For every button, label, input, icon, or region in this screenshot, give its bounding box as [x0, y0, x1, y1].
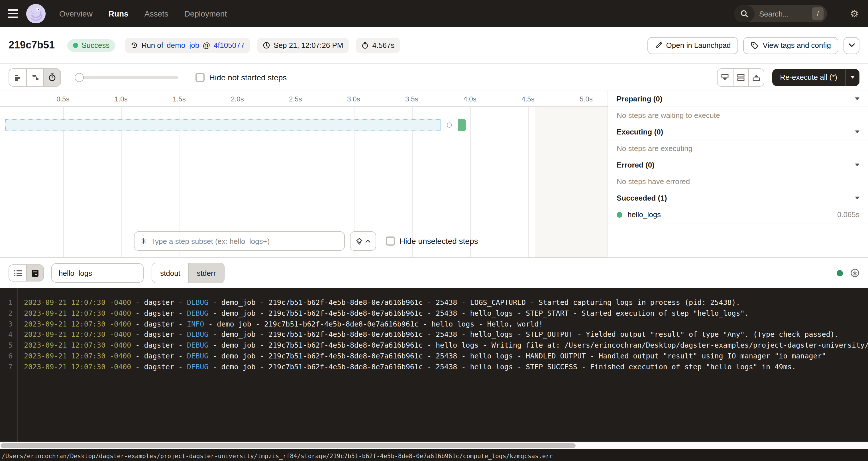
- download-log-button[interactable]: [850, 268, 860, 278]
- log-view-mode-group: [8, 265, 44, 281]
- commit-link[interactable]: 4f105077: [214, 41, 245, 50]
- pencil-icon: [655, 41, 662, 49]
- log-horizontal-scrollbar[interactable]: [0, 442, 868, 449]
- section-succeeded-header[interactable]: Succeeded (1): [608, 190, 868, 206]
- tab-stdout[interactable]: stdout: [152, 263, 188, 283]
- nav-item-deployment[interactable]: Deployment: [184, 9, 227, 18]
- success-dot-icon: [73, 43, 78, 48]
- log-line: 52023-09-21 12:07:30 -0400 - dagster - D…: [0, 340, 868, 351]
- global-search-input[interactable]: Search... /: [734, 5, 827, 22]
- log-viewer[interactable]: 12023-09-21 12:07:30 -0400 - dagster - D…: [0, 288, 868, 442]
- hide-not-started-checkrow[interactable]: Hide not started steps: [195, 73, 287, 82]
- search-icon: [734, 5, 754, 22]
- nav-item-assets[interactable]: Assets: [145, 9, 168, 18]
- log-filter-input[interactable]: hello_logs: [51, 263, 144, 283]
- scrollbar-thumb[interactable]: [1, 443, 576, 448]
- open-in-launchpad-label: Open in Launchpad: [666, 41, 731, 50]
- history-icon: [130, 41, 138, 49]
- step-bar-hello-logs[interactable]: [457, 119, 465, 131]
- caret-up-icon: [365, 239, 370, 243]
- dagster-logo[interactable]: [26, 4, 45, 23]
- hide-unselected-checkrow[interactable]: Hide unselected steps: [386, 237, 478, 246]
- settings-gear-icon[interactable]: ⚙: [843, 8, 866, 20]
- hamburger-menu-icon[interactable]: [0, 0, 26, 27]
- step-status-panel: Preparing (0) No steps are waiting to ex…: [608, 91, 868, 257]
- nav-item-runs[interactable]: Runs: [108, 9, 128, 18]
- hide-unselected-checkbox[interactable]: [386, 237, 395, 246]
- collapse-header-button[interactable]: [843, 37, 860, 54]
- step-waiting-bar[interactable]: [5, 119, 441, 131]
- step-marker-circle[interactable]: [447, 123, 452, 128]
- reexecute-all-button[interactable]: Re-execute all (*): [772, 69, 845, 86]
- succeeded-step-row[interactable]: hello_logs 0.065s: [608, 206, 868, 223]
- axis-tick-label: 1.5s: [173, 95, 186, 103]
- waterfall-view-button[interactable]: [26, 69, 43, 86]
- section-succeeded-title: Succeeded (1): [617, 194, 667, 202]
- raw-log-view-button[interactable]: [26, 265, 43, 281]
- timestamp-tag: Sep 21, 12:07:26 PM: [257, 38, 349, 53]
- executing-empty-text: No steps are executing: [608, 140, 868, 157]
- axis-tick-label: 3.5s: [405, 95, 418, 103]
- split-panels-button[interactable]: [733, 69, 748, 86]
- axis-tick-label: 2.0s: [231, 95, 244, 103]
- job-link[interactable]: demo_job: [167, 41, 199, 50]
- log-line: 12023-09-21 12:07:30 -0400 - dagster - D…: [0, 298, 868, 308]
- hide-not-started-checkbox[interactable]: [195, 73, 205, 82]
- preparing-empty-text: No steps are waiting to execute: [608, 107, 868, 124]
- caret-down-icon: [855, 97, 860, 100]
- run-duration: 4.567s: [372, 41, 394, 50]
- at-separator: @: [203, 41, 210, 50]
- open-in-launchpad-button[interactable]: Open in Launchpad: [647, 37, 738, 54]
- step-selector-row: ✳ Type a step subset (ex: hello_logs+) H…: [0, 232, 608, 251]
- dagster-octopus-icon: [26, 4, 45, 23]
- view-tags-config-label: View tags and config: [763, 41, 831, 50]
- run-of-prefix: Run of: [141, 41, 163, 50]
- layers-icon: [355, 237, 363, 245]
- section-executing-header[interactable]: Executing (0): [608, 124, 868, 140]
- chevron-down-icon: [848, 43, 855, 47]
- caret-down-icon: [850, 76, 855, 79]
- log-line-number: 2: [0, 308, 12, 319]
- duration-tag: 4.567s: [355, 38, 400, 53]
- hide-unselected-label: Hide unselected steps: [400, 237, 478, 246]
- axis-tick-label: 1.0s: [115, 95, 127, 103]
- flat-view-button[interactable]: [9, 69, 26, 86]
- log-line-text: 2023-09-21 12:07:30 -0400 - dagster - DE…: [12, 298, 868, 308]
- log-line-text: 2023-09-21 12:07:30 -0400 - dagster - DE…: [12, 351, 868, 362]
- succeeded-step-name: hello_logs: [627, 210, 661, 219]
- slider-handle[interactable]: [75, 73, 84, 82]
- log-line-text: 2023-09-21 12:07:30 -0400 - dagster - IN…: [12, 319, 868, 330]
- log-line-text: 2023-09-21 12:07:30 -0400 - dagster - DE…: [12, 340, 868, 351]
- run-id-title: 219c7b51: [8, 39, 55, 51]
- expand-top-panel-button[interactable]: [748, 69, 764, 86]
- timed-view-button[interactable]: [43, 69, 60, 86]
- log-line-number: 4: [0, 330, 12, 340]
- axis-tick-label: 3.0s: [347, 95, 360, 103]
- graph-query-toggle-button[interactable]: [350, 232, 376, 251]
- errored-empty-text: No steps have errored: [608, 173, 868, 190]
- step-subset-input[interactable]: ✳ Type a step subset (ex: hello_logs+): [134, 232, 345, 251]
- reexecute-dropdown-button[interactable]: [845, 69, 860, 86]
- nav-item-overview[interactable]: Overview: [59, 9, 93, 18]
- view-tags-config-button[interactable]: View tags and config: [743, 37, 838, 54]
- status-label: Success: [82, 41, 110, 50]
- structured-log-view-button[interactable]: [9, 265, 26, 281]
- log-section: hello_logs stdout stderr 12023-09-21 12:…: [0, 257, 868, 461]
- caret-down-icon: [855, 196, 860, 199]
- log-line: 62023-09-21 12:07:30 -0400 - dagster - D…: [0, 351, 868, 362]
- log-line: 32023-09-21 12:07:30 -0400 - dagster - I…: [0, 319, 868, 330]
- section-preparing-header[interactable]: Preparing (0): [608, 91, 868, 107]
- slider-track[interactable]: [75, 76, 178, 79]
- log-filter-value: hello_logs: [59, 269, 92, 277]
- run-timestamp: Sep 21, 12:07:26 PM: [274, 41, 343, 50]
- gantt-view-mode-group: [8, 68, 61, 86]
- section-errored-title: Errored (0): [617, 161, 655, 169]
- tab-stderr[interactable]: stderr: [188, 263, 224, 283]
- gantt-zoom-slider[interactable]: [75, 69, 178, 86]
- clock-icon: [263, 41, 270, 49]
- step-success-dot-icon: [617, 212, 622, 217]
- status-badge: Success: [67, 39, 115, 52]
- log-line-text: 2023-09-21 12:07:30 -0400 - dagster - DE…: [12, 330, 868, 340]
- expand-bottom-panel-button[interactable]: [717, 69, 733, 86]
- section-errored-header[interactable]: Errored (0): [608, 157, 868, 173]
